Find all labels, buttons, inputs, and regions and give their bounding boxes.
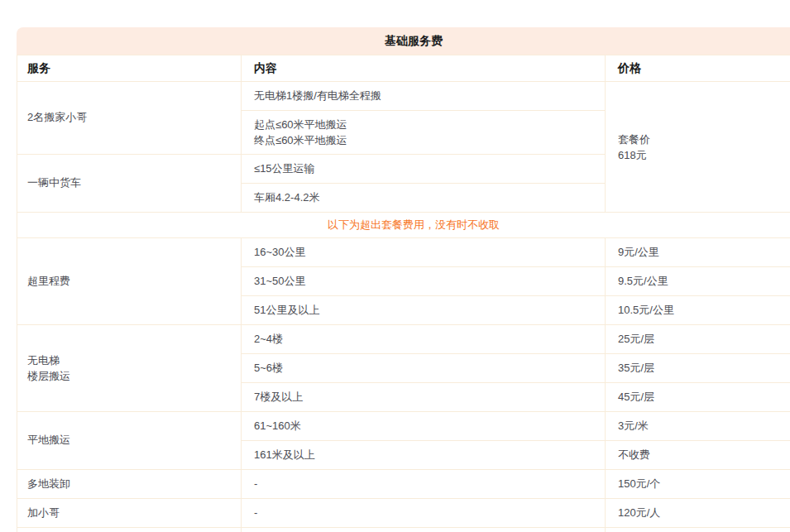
content-line: 起点≤60米平地搬运 <box>254 117 596 132</box>
cell-price: 不收费 <box>606 441 790 470</box>
table-header-row: 服务 内容 价格 <box>17 55 790 82</box>
cell-price: 10.5元/公里 <box>606 296 790 325</box>
column-header-content: 内容 <box>242 55 606 82</box>
table-row: 平地搬运 61~160米 3元/米 <box>17 412 790 441</box>
cell-service: 加小哥 <box>17 499 242 528</box>
table-row: 2名搬家小哥 无电梯1楼搬/有电梯全程搬 套餐价 618元 <box>17 82 790 111</box>
cell-price <box>606 528 790 532</box>
cell-content: 31~50公里 <box>242 267 606 296</box>
cell-price: 9.5元/公里 <box>606 267 790 296</box>
table-row: 多地装卸 - 150元/个 <box>17 470 790 499</box>
column-header-service: 服务 <box>17 55 242 82</box>
cell-price: 35元/层 <box>606 354 790 383</box>
cell-service <box>17 528 242 532</box>
pricing-table-card: 基础服务费 服务 内容 价格 2名搬家小哥 无电梯1楼搬/有电梯全程搬 套餐价 … <box>17 27 790 532</box>
cell-service: 多地装卸 <box>17 470 242 499</box>
cell-content: - <box>242 499 606 528</box>
cell-price: 3元/米 <box>606 412 790 441</box>
cell-content: 车厢4.2-4.2米 <box>242 184 606 213</box>
cell-content: 无电梯1楼搬/有电梯全程搬 <box>242 82 606 111</box>
table-row: 超里程费 16~30公里 9元/公里 <box>17 238 790 267</box>
service-line: 无电梯 <box>27 352 232 368</box>
notice-row: 以下为超出套餐费用，没有时不收取 <box>17 213 790 238</box>
cell-price: 25元/层 <box>606 325 790 354</box>
extra-fee-notice: 以下为超出套餐费用，没有时不收取 <box>17 213 790 238</box>
cell-content: 起点≤60米平地搬运 终点≤60米平地搬运 <box>242 111 606 155</box>
cell-content: 2~4楼 <box>242 325 606 354</box>
cell-content: 51公里及以上 <box>242 296 606 325</box>
cell-service: 超里程费 <box>17 238 242 325</box>
cell-price: 9元/公里 <box>606 238 790 267</box>
table-row-clipped <box>17 528 790 532</box>
table-title-bar: 基础服务费 <box>17 27 790 55</box>
cell-content: 7楼及以上 <box>242 383 606 412</box>
cell-content: 161米及以上 <box>242 441 606 470</box>
package-price-value: 618元 <box>618 147 790 163</box>
cell-service: 平地搬运 <box>17 412 242 470</box>
cell-content: - <box>242 470 606 499</box>
table-title: 基础服务费 <box>385 34 443 49</box>
cell-service-truck: 一辆中货车 <box>17 155 242 213</box>
cell-service-movers: 2名搬家小哥 <box>17 82 242 155</box>
cell-price: 150元/个 <box>606 470 790 499</box>
column-header-price: 价格 <box>606 55 790 82</box>
cell-package-price: 套餐价 618元 <box>606 82 790 213</box>
cell-content: 61~160米 <box>242 412 606 441</box>
table-row: 无电梯 楼层搬运 2~4楼 25元/层 <box>17 325 790 354</box>
cell-content: 16~30公里 <box>242 238 606 267</box>
cell-content: 5~6楼 <box>242 354 606 383</box>
cell-service: 无电梯 楼层搬运 <box>17 325 242 412</box>
service-line: 楼层搬运 <box>27 368 232 384</box>
cell-content <box>242 528 606 532</box>
cell-price: 45元/层 <box>606 383 790 412</box>
content-line: 终点≤60米平地搬运 <box>254 132 596 148</box>
table-row: 加小哥 - 120元/人 <box>17 499 790 528</box>
cell-content: ≤15公里运输 <box>242 155 606 184</box>
cell-price: 120元/人 <box>606 499 790 528</box>
package-price-label: 套餐价 <box>618 132 790 147</box>
pricing-table: 服务 内容 价格 2名搬家小哥 无电梯1楼搬/有电梯全程搬 套餐价 618元 起… <box>17 55 790 532</box>
